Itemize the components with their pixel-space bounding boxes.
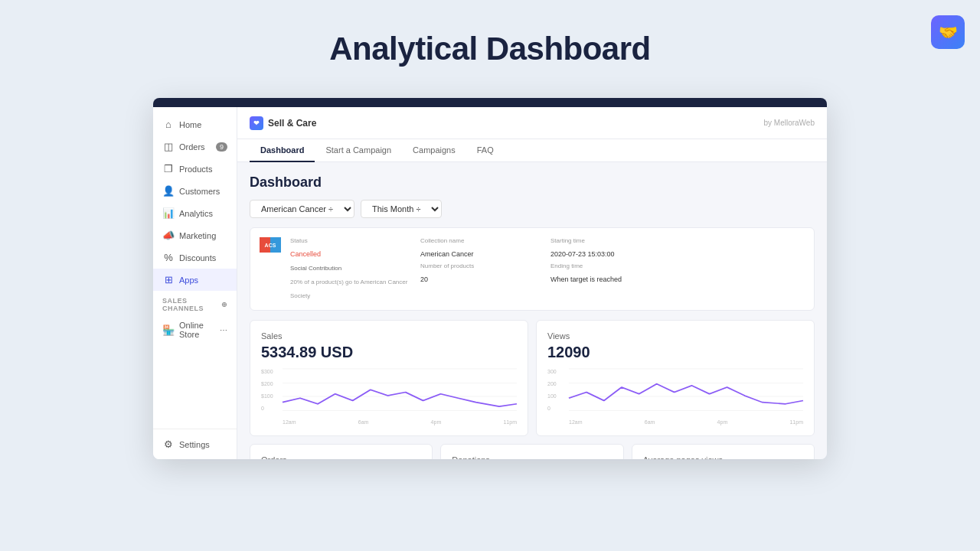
- products-icon: ❐: [162, 163, 175, 174]
- sidebar-item-orders-label: Orders: [179, 142, 205, 152]
- sidebar-item-store-label: Online Store: [179, 321, 215, 339]
- brand-name: Sell & Care: [268, 118, 316, 129]
- sidebar-settings[interactable]: ⚙ Settings: [153, 429, 237, 459]
- period-filter[interactable]: This Month ÷: [361, 200, 442, 218]
- sidebar-item-products[interactable]: ❐ Products: [153, 158, 237, 180]
- home-icon: ⌂: [162, 119, 175, 130]
- views-chart-axis: 12am 6am 4pm 11pm: [569, 419, 803, 425]
- sales-label: Sales: [261, 331, 517, 341]
- starting-label: Starting time: [550, 237, 675, 244]
- browser-bar: [153, 98, 827, 107]
- sidebar-item-products-label: Products: [179, 165, 212, 174]
- status-label: Status: [290, 237, 414, 244]
- donations-label: Donations: [452, 455, 612, 459]
- sidebar-item-analytics[interactable]: 📊 Analytics: [153, 202, 237, 224]
- sidebar-item-discounts-label: Discounts: [179, 253, 216, 262]
- watermark-icon: 🤝: [931, 15, 965, 49]
- brand: ❤ Sell & Care: [250, 116, 316, 130]
- store-options-icon[interactable]: ⋯: [220, 326, 227, 334]
- store-icon: 🏪: [162, 324, 175, 336]
- ending-value: When target is reached: [550, 276, 622, 283]
- sidebar: ⌂ Home ◫ Orders 9 ❐ Products 👤 Customers: [153, 107, 237, 459]
- collection-value: American Cancer: [420, 250, 474, 258]
- svg-text:ACS: ACS: [265, 243, 276, 248]
- campaign-collection-field: Collection name American Cancer Number o…: [420, 237, 544, 301]
- sidebar-item-discounts[interactable]: % Discounts: [153, 246, 237, 269]
- settings-icon: ⚙: [162, 439, 175, 450]
- apps-icon: ⊞: [162, 274, 175, 285]
- brand-icon: ❤: [250, 116, 263, 130]
- collection-label: Collection name: [420, 237, 544, 244]
- settings-label: Settings: [179, 440, 210, 449]
- description-value: 20% of a product(s) go to American Cance…: [290, 279, 407, 299]
- views-label: Views: [547, 331, 803, 341]
- sidebar-item-apps[interactable]: ⊞ Apps: [153, 269, 237, 291]
- number-value: 20: [420, 276, 428, 283]
- sidebar-item-customers-label: Customers: [179, 187, 220, 196]
- ending-label: Ending time: [550, 262, 675, 269]
- sales-card: Sales 5334.89 USD $300 $200 $100 0: [250, 320, 528, 436]
- app-container: ⌂ Home ◫ Orders 9 ❐ Products 👤 Customers: [153, 107, 827, 459]
- customers-icon: 👤: [162, 185, 175, 197]
- campaign-info: Status Cancelled Social Contribution 20%…: [290, 237, 805, 301]
- sidebar-item-online-store[interactable]: 🏪 Online Store ⋯: [153, 315, 237, 344]
- views-value: 12090: [547, 344, 803, 361]
- campaign-timing-field: Starting time 2020-07-23 15:03:00 Ending…: [550, 237, 675, 301]
- discounts-icon: %: [162, 252, 175, 263]
- sales-value: 5334.89 USD: [261, 344, 517, 361]
- dashboard-heading: Dashboard: [250, 174, 815, 191]
- bottom-stats: Orders 334.89 Donations 334 Average page…: [250, 444, 815, 459]
- page-title: Analytical Dashboard: [329, 31, 650, 67]
- brand-credit: by MelloraWeb: [763, 119, 815, 127]
- sidebar-nav: ⌂ Home ◫ Orders 9 ❐ Products 👤 Customers: [153, 107, 237, 429]
- avg-pages-card: Average pages views 334: [632, 444, 815, 459]
- sidebar-item-apps-label: Apps: [179, 276, 198, 285]
- sales-chart: [283, 369, 517, 415]
- main-content: ❤ Sell & Care by MelloraWeb Dashboard St…: [237, 107, 827, 459]
- sidebar-item-customers[interactable]: 👤 Customers: [153, 180, 237, 202]
- donations-card: Donations 334: [440, 444, 623, 459]
- marketing-icon: 📣: [162, 230, 175, 241]
- status-value: Cancelled: [290, 250, 321, 258]
- sidebar-item-marketing-label: Marketing: [179, 231, 216, 240]
- tab-campaigns[interactable]: Campaigns: [402, 139, 466, 162]
- tab-bar: Dashboard Start a Campaign Campaigns FAQ: [237, 139, 827, 162]
- orders-card: Orders 334.89: [250, 444, 433, 459]
- stats-grid: Sales 5334.89 USD $300 $200 $100 0: [250, 320, 815, 436]
- sales-channels-header: SALES CHANNELS ⊕: [153, 291, 237, 315]
- orders-badge: 9: [216, 142, 227, 152]
- orders-icon: ◫: [162, 141, 175, 152]
- analytics-icon: 📊: [162, 207, 175, 219]
- sidebar-item-home[interactable]: ⌂ Home: [153, 113, 237, 135]
- tab-dashboard[interactable]: Dashboard: [250, 139, 315, 162]
- top-nav: ❤ Sell & Care by MelloraWeb: [237, 107, 827, 139]
- campaign-logo: ACS: [260, 237, 281, 253]
- sidebar-item-home-label: Home: [179, 120, 201, 129]
- number-label: Number of products: [420, 262, 544, 269]
- filter-row: American Cancer ÷ This Month ÷: [250, 200, 815, 218]
- avg-pages-label: Average pages views: [643, 455, 803, 459]
- sidebar-item-marketing[interactable]: 📣 Marketing: [153, 224, 237, 246]
- tab-start-campaign[interactable]: Start a Campaign: [315, 139, 402, 162]
- add-channel-icon[interactable]: ⊕: [221, 301, 228, 308]
- views-card: Views 12090 300 200 100 0: [536, 320, 815, 436]
- views-chart: [569, 369, 803, 415]
- tab-faq[interactable]: FAQ: [466, 139, 505, 162]
- sidebar-item-analytics-label: Analytics: [179, 209, 213, 218]
- campaign-card: ACS Status Cancelled Social Contribution…: [250, 227, 815, 311]
- browser-window: ⌂ Home ◫ Orders 9 ❐ Products 👤 Customers: [153, 98, 827, 459]
- dashboard-content: Dashboard American Cancer ÷ This Month ÷: [237, 162, 827, 459]
- sidebar-item-orders[interactable]: ◫ Orders 9: [153, 135, 237, 158]
- starting-value: 2020-07-23 15:03:00: [550, 250, 615, 258]
- campaign-status-field: Status Cancelled Social Contribution 20%…: [290, 237, 414, 301]
- sales-chart-axis: 12am 6am 4pm 11pm: [283, 419, 517, 425]
- campaign-filter[interactable]: American Cancer ÷: [250, 200, 354, 218]
- type-value: Social Contribution: [290, 265, 341, 272]
- orders-label: Orders: [261, 455, 421, 459]
